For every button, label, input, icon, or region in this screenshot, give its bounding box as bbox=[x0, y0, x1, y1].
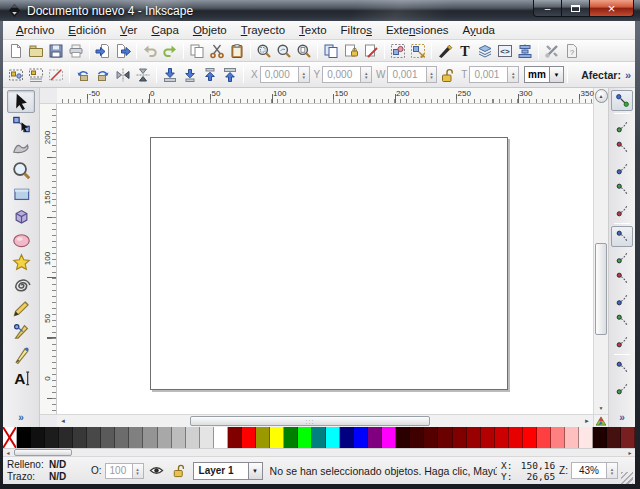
snapbar-overflow-chevron[interactable]: » bbox=[619, 412, 625, 423]
redo-button[interactable] bbox=[160, 41, 180, 61]
tool-ellipse[interactable] bbox=[7, 228, 35, 251]
unit-dropdown-icon[interactable]: ▼ bbox=[550, 66, 565, 83]
tool-pencil[interactable] bbox=[7, 297, 35, 320]
scroll-right-icon[interactable]: ► bbox=[581, 416, 593, 427]
inkscape-preferences-button[interactable] bbox=[542, 41, 562, 61]
palette-scroll-right-icon[interactable]: ► bbox=[625, 449, 635, 457]
snap-rotation-centers-button[interactable] bbox=[611, 378, 633, 399]
swatch-00ff00[interactable] bbox=[298, 427, 312, 448]
swatch-5a5a5a[interactable] bbox=[101, 427, 115, 448]
swatch-7a1f1f[interactable] bbox=[621, 427, 635, 448]
swatch-6a0000[interactable] bbox=[438, 427, 452, 448]
swatch-808080[interactable] bbox=[129, 427, 143, 448]
swatch-a8a8a8[interactable] bbox=[158, 427, 172, 448]
tool-rectangle[interactable] bbox=[7, 182, 35, 205]
select-all-button[interactable] bbox=[6, 65, 26, 85]
swatch-ff0000[interactable] bbox=[242, 427, 256, 448]
swatch-1f0000[interactable] bbox=[593, 427, 607, 448]
raise-button[interactable] bbox=[200, 65, 220, 85]
zoom-input[interactable]: 43% bbox=[571, 462, 607, 479]
swatch-e4e4e4[interactable] bbox=[200, 427, 214, 448]
swatch-cc0000[interactable] bbox=[495, 427, 509, 448]
snap-bbox-centers-button[interactable] bbox=[611, 200, 633, 221]
snap-enable-button[interactable] bbox=[611, 90, 633, 111]
tool-star[interactable] bbox=[7, 251, 35, 274]
copy-button[interactable] bbox=[187, 41, 207, 61]
text-dialog-button[interactable]: T bbox=[455, 41, 475, 61]
height-input[interactable]: 0,001 bbox=[469, 66, 508, 83]
layer-selector[interactable]: Layer 1 ▼ bbox=[193, 462, 263, 480]
snap-paths-button[interactable] bbox=[611, 247, 633, 268]
swatch-e60000[interactable] bbox=[509, 427, 523, 448]
swatch-451010[interactable] bbox=[607, 427, 621, 448]
x-spinner[interactable]: ▴▾ bbox=[299, 66, 310, 83]
snap-path-intersections-button[interactable] bbox=[611, 268, 633, 289]
width-input[interactable]: 0,001 bbox=[387, 66, 426, 83]
tool-zoom[interactable] bbox=[7, 159, 35, 182]
swatch-ff8080[interactable] bbox=[551, 427, 565, 448]
swatch-9a9a00[interactable] bbox=[256, 427, 270, 448]
height-spinner[interactable]: ▴▾ bbox=[508, 66, 519, 83]
swatch-d0d0d0[interactable] bbox=[186, 427, 200, 448]
scroll-up-icon[interactable]: ▲ bbox=[595, 89, 608, 103]
cut-button[interactable] bbox=[207, 41, 227, 61]
tool-spiral[interactable] bbox=[7, 274, 35, 297]
x-input[interactable]: 0,000 bbox=[260, 66, 299, 83]
palette-scroll-thumb[interactable] bbox=[14, 449, 72, 456]
flip-horizontal-button[interactable] bbox=[113, 65, 133, 85]
swatch-6c6c6c[interactable] bbox=[115, 427, 129, 448]
document-open-button[interactable] bbox=[26, 41, 46, 61]
swatch-ffff00[interactable] bbox=[270, 427, 284, 448]
y-spinner[interactable]: ▴▾ bbox=[361, 66, 372, 83]
menu-texto[interactable]: Texto bbox=[292, 22, 334, 38]
swatch-ff4040[interactable] bbox=[537, 427, 551, 448]
layers-dialog-button[interactable] bbox=[475, 41, 495, 61]
swatch-800080[interactable] bbox=[368, 427, 382, 448]
toolbox-overflow-chevron[interactable]: » bbox=[18, 412, 24, 423]
canvas[interactable] bbox=[57, 104, 593, 414]
document-properties-button[interactable]: ? bbox=[562, 41, 582, 61]
swatch-008080[interactable] bbox=[312, 427, 326, 448]
menu-objeto[interactable]: Objeto bbox=[186, 22, 234, 38]
snap-nodes-button[interactable] bbox=[611, 226, 633, 247]
duplicate-button[interactable] bbox=[321, 41, 341, 61]
fill-stroke-indicator[interactable]: Relleno: N/D Trazo: N/D bbox=[7, 459, 83, 483]
menu-edicion[interactable]: Edición bbox=[61, 22, 113, 38]
swatch-1c1c1c[interactable] bbox=[45, 427, 59, 448]
create-clone-button[interactable] bbox=[341, 41, 361, 61]
swatch-bcbcbc[interactable] bbox=[172, 427, 186, 448]
swatch-none[interactable] bbox=[3, 427, 17, 448]
flip-vertical-button[interactable] bbox=[133, 65, 153, 85]
paste-button[interactable] bbox=[227, 41, 247, 61]
select-all-layers-button[interactable] bbox=[26, 65, 46, 85]
tool-pen[interactable] bbox=[7, 320, 35, 343]
tool-text[interactable]: A bbox=[7, 366, 35, 389]
swatch-949494[interactable] bbox=[143, 427, 157, 448]
swatch-b30000[interactable] bbox=[481, 427, 495, 448]
document-new-button[interactable] bbox=[6, 41, 26, 61]
document-page[interactable] bbox=[150, 137, 508, 390]
swatch-2b0000[interactable] bbox=[396, 427, 410, 448]
zoom-spinner[interactable]: ▴▾ bbox=[607, 462, 618, 479]
zoom-drawing-button[interactable] bbox=[274, 41, 294, 61]
menu-ayuda[interactable]: Ayuda bbox=[456, 22, 502, 38]
swatch-ffe6e6[interactable] bbox=[579, 427, 593, 448]
swatch-ff0000[interactable] bbox=[523, 427, 537, 448]
layer-dropdown-icon[interactable]: ▼ bbox=[249, 462, 263, 480]
document-print-button[interactable] bbox=[66, 41, 86, 61]
snap-bbox-edges-button[interactable] bbox=[611, 137, 633, 158]
zoom-page-button[interactable] bbox=[294, 41, 314, 61]
menu-trayecto[interactable]: Trayecto bbox=[234, 22, 292, 38]
vertical-scrollbar[interactable]: ▲ ▼ bbox=[593, 88, 608, 427]
swatch-ff00ff[interactable] bbox=[382, 427, 396, 448]
snap-cusp-nodes-button[interactable] bbox=[611, 289, 633, 310]
tool-controls-overflow-chevron[interactable]: » bbox=[625, 69, 631, 81]
swatch-2a2a2a[interactable] bbox=[59, 427, 73, 448]
ungroup-button[interactable] bbox=[408, 41, 428, 61]
layer-lock-toggle[interactable] bbox=[170, 462, 188, 480]
swatch-00ffff[interactable] bbox=[326, 427, 340, 448]
menu-filtros[interactable]: Filtros bbox=[334, 22, 379, 38]
snap-bbox-button[interactable] bbox=[611, 116, 633, 137]
scroll-down-icon[interactable]: ▼ bbox=[595, 402, 608, 414]
swatch-008000[interactable] bbox=[284, 427, 298, 448]
